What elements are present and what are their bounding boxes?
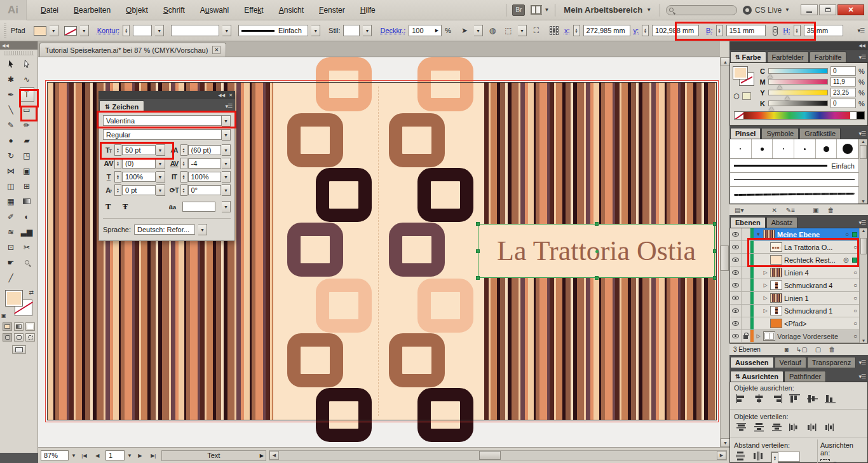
layer-row[interactable]: La Trattoria O...○ — [730, 241, 859, 254]
layers-tab-absatz[interactable]: Absatz — [766, 217, 798, 228]
distribute-bottom-button[interactable] — [771, 422, 783, 434]
panel-menu-icon[interactable]: ▾☰ — [856, 130, 868, 139]
align-to-dropdown-icon[interactable]: ▼ — [832, 460, 837, 463]
blend-tool[interactable]: ◐ — [20, 209, 34, 224]
width-field[interactable]: 151 mm — [726, 25, 766, 36]
calligraphic-brush-cell[interactable] — [837, 139, 858, 158]
eraser-tool[interactable]: ▰ — [20, 133, 34, 148]
kerning-dropdown-icon[interactable]: ▼ — [156, 158, 165, 169]
brushes-scrollbar[interactable]: ▲ ▼ — [858, 139, 867, 204]
character-panel-header[interactable]: ◀◀ ✕ — [98, 91, 235, 99]
layer-row-main[interactable]: La Trattoria O...○ — [754, 241, 859, 253]
panel-menu-icon[interactable]: ▾☰ — [856, 54, 868, 62]
calligraphic-brush-cell[interactable] — [730, 139, 752, 158]
layer-row[interactable]: ▷Linien 1○ — [730, 292, 859, 305]
blob-brush-tool[interactable]: ● — [4, 133, 18, 148]
isolate-dropdown[interactable]: ▼ — [518, 25, 527, 36]
layers-tab-ebenen[interactable]: Ebenen — [730, 217, 766, 228]
scroll-down-icon[interactable]: ▼ — [859, 199, 867, 204]
align-tab-pathfinder[interactable]: Pathfinder — [784, 371, 826, 382]
none-color-swatch[interactable] — [735, 112, 743, 119]
style-dropdown[interactable]: ▼ — [363, 25, 372, 36]
draw-normal-button[interactable] — [3, 333, 12, 342]
font-size-dropdown-icon[interactable]: ▼ — [156, 144, 165, 156]
cs-live-menu[interactable]: CS Live ▼ — [743, 6, 790, 15]
kerning-control[interactable]: A⁄V ▲▼ (0) ▼ — [103, 158, 165, 169]
calligraphic-brush-cell[interactable] — [794, 139, 816, 158]
layer-target-icon[interactable]: ○ — [845, 231, 849, 238]
panel-menu-icon[interactable]: ▾☰ — [856, 359, 868, 368]
panel-menu-icon[interactable]: ▾☰ — [857, 27, 864, 34]
appearance-tab-verlauf[interactable]: Verlauf — [775, 357, 806, 368]
fill-swatch[interactable] — [733, 67, 747, 79]
layer-target-icon[interactable]: ○ — [853, 307, 857, 314]
scroll-up-icon[interactable]: ▲ — [721, 57, 730, 66]
align-vertical-bottom-button[interactable] — [824, 394, 836, 405]
visibility-toggle[interactable] — [730, 292, 742, 304]
distribute-right-button[interactable] — [824, 422, 836, 434]
brushes-tab-symbole[interactable]: Symbole — [761, 128, 799, 139]
pencil-tool[interactable]: ✏ — [20, 118, 34, 132]
spacing-value-field[interactable]: ▲▼ — [771, 452, 800, 462]
hand-tool[interactable]: ☛ — [4, 255, 18, 270]
menu-bearbeiten[interactable]: Bearbeiten — [66, 3, 118, 17]
first-artboard-icon[interactable]: |◀ — [79, 450, 90, 460]
zoom-level-field[interactable]: 87% — [41, 450, 69, 460]
layer-row-main[interactable]: ▷Linien 1○ — [754, 292, 859, 304]
width-tool[interactable]: ⋈ — [4, 163, 18, 178]
close-document-icon[interactable]: ✕ — [212, 46, 220, 54]
rotation-stepper[interactable]: ▲▼ — [180, 184, 187, 196]
layer-expander-icon[interactable]: ▷ — [763, 282, 768, 288]
leading-control[interactable]: AA ▲▼ (60 pt) ▼ — [169, 144, 231, 156]
tracking-control[interactable]: AV ▲▼ -4 ▼ — [169, 158, 231, 169]
visibility-toggle[interactable] — [730, 254, 742, 266]
collapse-dock-button[interactable]: ◀◀ — [729, 41, 868, 50]
eyedropper-tool[interactable]: ✐ — [4, 209, 18, 224]
layer-row-main[interactable]: ▷Schmuckrand 1○ — [754, 305, 859, 317]
slider-marker-icon[interactable] — [768, 74, 773, 78]
rotation-dropdown-icon[interactable]: ▼ — [222, 184, 231, 196]
brushes-tab-pinsel[interactable]: Pinsel — [730, 128, 761, 139]
select-similar-dropdown[interactable]: ▼ — [474, 25, 483, 36]
baseline-stepper[interactable]: ▲▼ — [114, 184, 121, 196]
layer-row[interactable]: ▷Vorlage Vorderseite○ — [730, 330, 859, 343]
last-artboard-icon[interactable]: ▶| — [148, 450, 159, 460]
scroll-thumb[interactable] — [860, 238, 867, 254]
panel-menu-icon[interactable]: ▾☰ — [856, 219, 868, 228]
distribute-middle-button[interactable] — [753, 422, 765, 434]
stroke-weight-stepper[interactable]: ▲▼ — [123, 25, 130, 36]
brush-thin-row[interactable] — [730, 173, 858, 187]
layer-expander-icon[interactable]: ▷ — [763, 308, 768, 314]
color-spectrum-bar[interactable] — [734, 111, 865, 120]
layer-row[interactable]: ▷Schmuckrand 4○ — [730, 279, 859, 292]
v-scale-stepper[interactable]: ▲▼ — [180, 171, 187, 183]
gradient-button[interactable] — [14, 322, 24, 331]
artboard-tool[interactable]: ⊡ — [4, 240, 18, 254]
visibility-toggle[interactable] — [730, 317, 742, 329]
none-button[interactable] — [25, 322, 35, 331]
leading-dropdown-icon[interactable]: ▼ — [222, 144, 231, 156]
baseline-dropdown-icon[interactable]: ▼ — [156, 184, 165, 196]
new-sublayer-icon[interactable]: ↳▢ — [796, 346, 808, 353]
width-profile-field[interactable] — [171, 25, 219, 36]
tracking-stepper[interactable]: ▲▼ — [180, 158, 187, 169]
language-field[interactable]: Deutsch: Refor... — [134, 225, 195, 235]
layer-row-main[interactable]: ▼Meine Ebene○ — [754, 228, 859, 240]
anti-alias-dropdown-icon[interactable]: ▼ — [222, 201, 231, 212]
selection-handle[interactable] — [595, 222, 599, 226]
recolor-artwork-icon[interactable]: ◍ — [486, 25, 499, 36]
restore-button[interactable] — [819, 4, 836, 15]
gradient-tool[interactable] — [20, 194, 34, 209]
transform-panel-icon[interactable]: ⛶ — [530, 25, 543, 36]
menu-objekt[interactable]: Objekt — [118, 3, 156, 17]
collapse-toolbar-button[interactable]: ◀◀ — [0, 41, 37, 50]
selection-tool[interactable] — [4, 57, 18, 71]
y-link[interactable]: y: — [634, 27, 639, 34]
layer-row-main[interactable]: ▷Linien 4○ — [754, 266, 859, 279]
search-input[interactable] — [666, 5, 737, 15]
tab-zeichen[interactable]: ⇅ Zeichen — [99, 100, 144, 112]
prev-artboard-icon[interactable]: ◀ — [92, 450, 103, 460]
slider-marker-icon[interactable] — [769, 107, 774, 111]
calligraphic-brush-cell[interactable] — [752, 139, 773, 158]
visibility-toggle[interactable] — [730, 305, 742, 317]
